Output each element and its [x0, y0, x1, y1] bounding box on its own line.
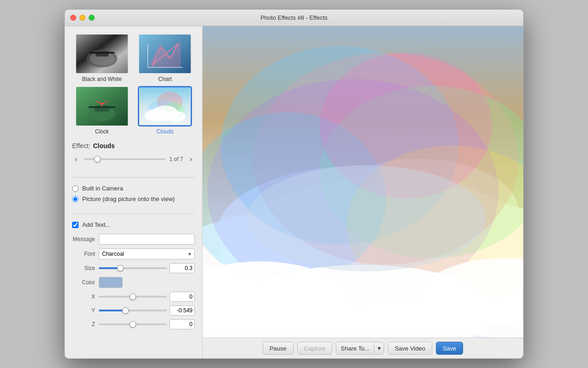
color-row: Color: [72, 277, 195, 288]
svg-point-26: [167, 111, 186, 122]
message-row: Message: [72, 234, 195, 245]
z-label: Z: [72, 321, 95, 328]
svg-point-44: [247, 165, 486, 271]
effect-name: Clouds: [93, 142, 114, 150]
x-row: X: [72, 292, 195, 302]
x-slider-row: [99, 292, 195, 302]
thumb-chart[interactable]: Chart: [136, 34, 195, 82]
thumb-bw[interactable]: Black and White: [72, 34, 132, 82]
size-slider-row: [99, 263, 195, 273]
y-label: Y: [72, 307, 95, 314]
prev-page-button[interactable]: ‹: [72, 154, 80, 164]
minimize-button[interactable]: [79, 15, 85, 21]
camera-label: Built in Camera: [82, 185, 123, 192]
thumb-clouds[interactable]: Clouds: [136, 86, 195, 135]
thumb-clouds-label: Clouds: [157, 128, 174, 135]
traffic-lights: [70, 15, 95, 21]
save-video-button[interactable]: Save Video: [388, 342, 432, 355]
window-title: Photo Effects #8 - Effects: [260, 14, 328, 21]
add-text-checkbox[interactable]: [72, 222, 79, 228]
effect-label: Effect:: [72, 142, 90, 150]
main-window: Photo Effects #8 - Effects: [64, 9, 524, 359]
page-info: 1 of 7: [170, 156, 183, 162]
y-slider-row: [99, 305, 195, 316]
message-input[interactable]: [99, 234, 195, 245]
font-row: Font Charcoal Arial Helvetica Times ▼: [72, 248, 195, 259]
x-value[interactable]: [170, 292, 195, 302]
close-button[interactable]: [70, 15, 76, 21]
size-value[interactable]: [170, 263, 195, 273]
thumb-clouds-img: [138, 86, 192, 126]
message-label: Message: [72, 236, 95, 242]
size-row: Size: [72, 263, 195, 273]
share-to-wrap: Share To... ▼: [336, 342, 384, 355]
camera-radio[interactable]: [72, 185, 79, 192]
thumb-chart-img: [138, 34, 192, 74]
font-select[interactable]: Charcoal Arial Helvetica Times: [99, 248, 195, 259]
divider-1: [72, 177, 195, 178]
chart-thumbnail-svg: [139, 34, 191, 73]
z-value[interactable]: [170, 319, 195, 329]
next-page-button[interactable]: ›: [187, 154, 195, 164]
share-to-button[interactable]: Share To...: [336, 342, 374, 355]
clock-thumbnail-svg: [76, 87, 128, 126]
maximize-button[interactable]: [89, 15, 95, 21]
toolbar: Pause Capture Share To... ▼ Save Video S…: [203, 338, 523, 358]
share-to-dropdown-button[interactable]: ▼: [374, 342, 384, 355]
z-slider-row: [99, 319, 195, 329]
thumb-bw-img: [75, 34, 129, 74]
thumb-clock-img: [75, 86, 129, 126]
picture-radio[interactable]: [72, 196, 79, 202]
picture-radio-row: Picture (drag picture onto the view): [72, 196, 195, 202]
main-area: Pause Capture Share To... ▼ Save Video S…: [203, 26, 523, 358]
page-slider[interactable]: [84, 158, 165, 160]
clouds-thumbnail-svg: [139, 87, 191, 125]
thumb-bw-label: Black and White: [82, 76, 122, 82]
sidebar: Black and White: [65, 26, 203, 358]
content-area: Black and White: [65, 26, 523, 358]
thumb-clock[interactable]: Clock: [72, 86, 132, 135]
color-label: Color: [72, 279, 95, 286]
pause-button[interactable]: Pause: [263, 342, 294, 355]
bw-thumbnail-svg: [76, 34, 128, 73]
font-select-wrap: Charcoal Arial Helvetica Times ▼: [99, 248, 195, 259]
x-label: X: [72, 293, 95, 300]
y-slider[interactable]: [99, 310, 167, 311]
x-slider[interactable]: [99, 296, 167, 298]
add-text-label: Add Text...: [82, 221, 110, 228]
size-label: Size: [72, 265, 95, 271]
size-slider[interactable]: [99, 267, 167, 269]
svg-rect-15: [88, 106, 115, 108]
titlebar: Photo Effects #8 - Effects: [65, 10, 523, 26]
thumb-clock-label: Clock: [95, 128, 109, 135]
z-row: Z: [72, 319, 195, 329]
y-row: Y: [72, 305, 195, 316]
save-button[interactable]: Save: [436, 342, 464, 355]
y-value[interactable]: [170, 305, 195, 316]
camera-radio-row: Built in Camera: [72, 185, 195, 192]
pagination-row: ‹ 1 of 7 ›: [72, 154, 195, 164]
effect-row: Effect: Clouds: [72, 142, 195, 150]
picture-label: Picture (drag picture onto the view): [82, 196, 175, 202]
color-swatch[interactable]: [99, 277, 123, 288]
z-slider[interactable]: [99, 323, 167, 325]
add-text-row: Add Text...: [72, 221, 195, 228]
divider-2: [72, 213, 195, 214]
font-label: Font: [72, 251, 95, 257]
preview-area: [203, 26, 523, 338]
preview-canvas: [203, 26, 523, 338]
svg-rect-4: [89, 52, 114, 53]
capture-button[interactable]: Capture: [297, 342, 332, 355]
thumbnails-grid: Black and White: [72, 34, 195, 135]
thumb-chart-label: Chart: [158, 76, 172, 82]
